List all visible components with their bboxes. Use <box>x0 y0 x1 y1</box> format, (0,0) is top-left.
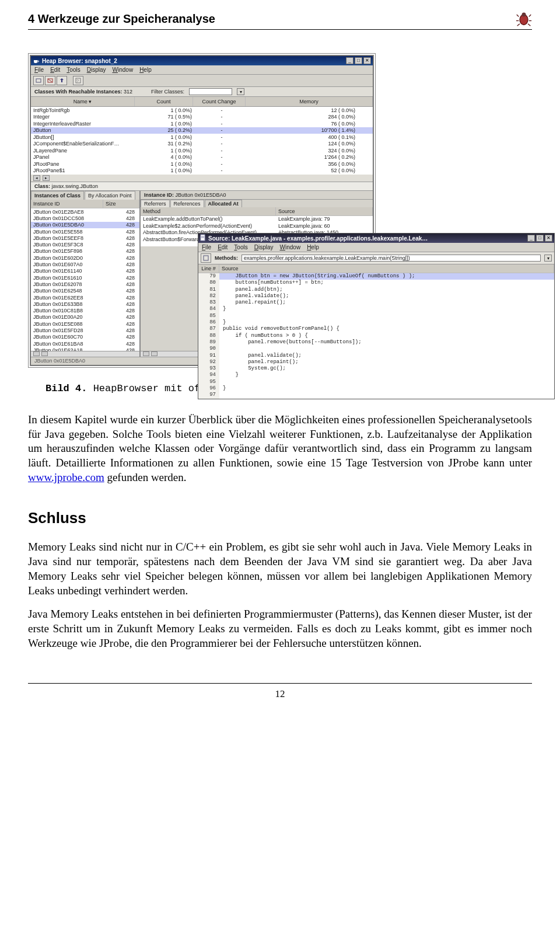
jprobe-link[interactable]: www.jprobe.com <box>28 471 104 483</box>
code-list[interactable]: 79 JButton btn = new JButton(String.valu… <box>198 273 554 399</box>
col-source-code[interactable]: Source <box>219 264 554 273</box>
code-line[interactable]: 83 panel.repaint(); <box>198 299 554 306</box>
tab-references[interactable]: References <box>170 200 204 207</box>
code-line[interactable]: 82 panel.validate(); <box>198 293 554 299</box>
tab-instances-of-class[interactable]: Instances of Class <box>31 191 84 200</box>
table-row[interactable]: JLayeredPane1 ( 0.0%)-324 ( 0.0%) <box>31 147 373 154</box>
list-item[interactable]: JButton 0x01E5F3C8428 <box>31 241 139 248</box>
close-button[interactable]: ✕ <box>363 57 371 64</box>
list-item[interactable]: JButton 0x01DCC508428 <box>31 215 139 221</box>
table-row[interactable]: IntRgbToIntRgb1 ( 0.0%)-12 ( 0.0%) <box>31 107 373 114</box>
list-item[interactable]: JButton 0x01E62548428 <box>31 288 139 294</box>
table-row[interactable]: JRootPane1 ( 0.0%)-356 ( 0.0%) <box>31 161 373 168</box>
class-table-body[interactable]: IntRgbToIntRgb1 ( 0.0%)-12 ( 0.0%)Intege… <box>31 107 373 175</box>
src-minimize-button[interactable]: _ <box>527 235 535 242</box>
scroll-right-3[interactable] <box>151 351 158 356</box>
menu-file[interactable]: File <box>34 67 44 73</box>
code-line[interactable]: 81 panel.add(btn); <box>198 287 554 293</box>
src-menu-display[interactable]: Display <box>254 244 274 250</box>
list-item[interactable]: JButton 0x010C81B8428 <box>31 307 139 313</box>
src-menu-window[interactable]: Window <box>280 244 301 250</box>
list-item[interactable]: JButton 0x01E5F898428 <box>31 248 139 255</box>
src-menu-edit[interactable]: Edit <box>218 244 228 250</box>
col-count[interactable]: Count <box>135 97 193 106</box>
toolbar-btn-1[interactable] <box>33 76 44 85</box>
list-item[interactable]: JButton 0x01E61BA8428 <box>31 340 139 347</box>
list-item[interactable]: JButton 0x01E62A18428 <box>31 347 139 351</box>
menu-help[interactable]: Help <box>139 67 152 73</box>
src-window-titlebar[interactable]: Source: LeakExample.java - examples.prof… <box>198 234 554 243</box>
src-methods-field[interactable]: examples.profiler.applications.leakexamp… <box>242 255 541 262</box>
list-item[interactable]: JButton 0x01E5EEF8428 <box>31 235 139 241</box>
table-row[interactable]: IntegerInterleavedRaster1 ( 0.0%)-76 ( 0… <box>31 120 373 127</box>
col-memory[interactable]: Memory <box>246 97 373 106</box>
list-item[interactable]: JButton 0x01E2BAE8428 <box>31 208 139 215</box>
list-item[interactable]: JButton 0x01E61610428 <box>31 274 139 281</box>
list-item[interactable]: JButton 0x01E633B8428 <box>31 301 139 307</box>
src-close-button[interactable]: ✕ <box>545 235 552 242</box>
menu-edit[interactable]: Edit <box>50 67 60 73</box>
list-item[interactable]: JButton 0x01E607A0428 <box>31 261 139 267</box>
toolbar-btn-3[interactable] <box>57 76 67 85</box>
menu-tools[interactable]: Tools <box>66 67 80 73</box>
code-line[interactable]: 86} <box>198 319 554 326</box>
col-instance-size[interactable]: Size <box>103 200 139 208</box>
list-item[interactable]: JButton 0x01E602D0428 <box>31 255 139 261</box>
scroll-right-2[interactable] <box>41 351 48 356</box>
scroll-left[interactable]: ◂ <box>33 175 40 181</box>
code-line[interactable]: 94 } <box>198 372 554 378</box>
col-line[interactable]: Line # <box>198 264 219 273</box>
table-row[interactable]: Integer71 ( 0.5%)-284 ( 0.0%) <box>31 114 373 121</box>
list-item[interactable]: JButton 0x01E62078428 <box>31 281 139 287</box>
scroll-right[interactable]: ▸ <box>43 175 50 181</box>
code-line[interactable]: 91 panel.validate(); <box>198 353 554 359</box>
menu-display[interactable]: Display <box>87 67 106 73</box>
toolbar-btn-4[interactable]: ? <box>73 76 83 85</box>
code-line[interactable]: 84} <box>198 306 554 312</box>
list-item[interactable]: JButton 0x01E5DBA0428 <box>31 222 139 228</box>
table-row[interactable]: LeakExample$2.actionPerformed(ActionEven… <box>141 223 373 230</box>
col-name[interactable]: Name ▾ <box>31 97 135 106</box>
toolbar-btn-2[interactable] <box>45 76 55 85</box>
list-item[interactable]: JButton 0x01E5E558428 <box>31 228 139 235</box>
code-line[interactable]: 95 <box>198 379 554 385</box>
scroll-left-3[interactable] <box>143 351 149 356</box>
minimize-button[interactable]: _ <box>346 57 354 64</box>
code-line[interactable]: 88 if ( numButtons > 0 ) { <box>198 333 554 339</box>
scroll-left-2[interactable] <box>33 351 40 356</box>
src-menu-help[interactable]: Help <box>307 244 319 250</box>
table-row[interactable]: LeakExample.addButtonToPanel()LeakExampl… <box>141 216 373 223</box>
list-item[interactable]: JButton 0x01E61140428 <box>31 268 139 274</box>
menu-window[interactable]: Window <box>113 67 134 73</box>
tab-by-allocation[interactable]: By Allocation Point <box>85 191 135 200</box>
tab-referrers[interactable]: Referrers <box>141 200 170 207</box>
col-change[interactable]: Count Change <box>193 97 246 106</box>
code-line[interactable]: 87public void removeButtonFromPanel() { <box>198 326 554 332</box>
code-line[interactable]: 96} <box>198 385 554 392</box>
list-item[interactable]: JButton 0x01E62EE8428 <box>31 294 139 301</box>
col-instance-id[interactable]: Instance ID <box>31 200 103 208</box>
window-titlebar[interactable]: Heap Browser: snapshot_2 _ □ ✕ <box>31 56 373 65</box>
list-item[interactable]: JButton 0x01E5E088428 <box>31 321 139 327</box>
code-line[interactable]: 90 <box>198 346 554 352</box>
filter-dropdown-button[interactable]: ▾ <box>237 88 244 95</box>
table-row[interactable]: JRootPane$11 ( 0.0%)-52 ( 0.0%) <box>31 168 373 175</box>
code-line[interactable]: 80 buttons[numButtons++] = btn; <box>198 280 554 286</box>
table-row[interactable]: JButton25 ( 0.2%)-10'700 ( 1.4%) <box>31 127 373 134</box>
code-line[interactable]: 89 panel.remove(buttons[--numButtons]); <box>198 339 554 346</box>
code-line[interactable]: 92 panel.repaint(); <box>198 359 554 365</box>
table-row[interactable]: JComponent$EnableSerializationF…31 ( 0.2… <box>31 141 373 148</box>
src-menu-file[interactable]: File <box>202 244 211 250</box>
src-menu-tools[interactable]: Tools <box>234 244 247 250</box>
src-maximize-button[interactable]: □ <box>536 235 544 242</box>
table-row[interactable]: JPanel4 ( 0.0%)-1'264 ( 0.2%) <box>31 154 373 161</box>
list-item[interactable]: JButton 0x01E00A20428 <box>31 314 139 321</box>
instance-list[interactable]: JButton 0x01E2BAE8428JButton 0x01DCC5084… <box>31 208 139 351</box>
tab-allocated-at[interactable]: Allocated At <box>205 200 242 207</box>
src-toolbar-btn[interactable] <box>201 253 211 263</box>
code-line[interactable]: 79 JButton btn = new JButton(String.valu… <box>198 273 554 280</box>
list-item[interactable]: JButton 0x01E5FD28428 <box>31 327 139 333</box>
src-methods-dropdown[interactable]: ▾ <box>544 255 552 262</box>
list-item[interactable]: JButton 0x01E60C70428 <box>31 334 139 340</box>
code-line[interactable]: 93 System.gc(); <box>198 365 554 372</box>
